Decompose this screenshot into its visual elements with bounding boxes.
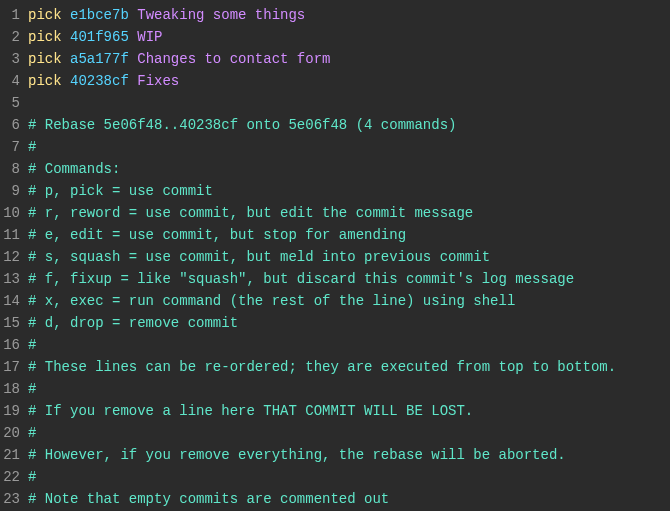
editor-line[interactable]: 20#: [0, 422, 670, 444]
editor-line[interactable]: 18#: [0, 378, 670, 400]
line-number: 2: [0, 26, 28, 48]
comment-text: # p, pick = use commit: [28, 183, 213, 199]
line-number: 4: [0, 70, 28, 92]
rebase-command: pick: [28, 73, 62, 89]
line-content[interactable]: # However, if you remove everything, the…: [28, 444, 670, 466]
editor-line[interactable]: 1pick e1bce7b Tweaking some things: [0, 4, 670, 26]
line-number: 1: [0, 4, 28, 26]
comment-text: # r, reword = use commit, but edit the c…: [28, 205, 473, 221]
editor-line[interactable]: 11# e, edit = use commit, but stop for a…: [0, 224, 670, 246]
line-content[interactable]: # Note that empty commits are commented …: [28, 488, 670, 510]
line-number: 5: [0, 92, 28, 114]
comment-text: # Note that empty commits are commented …: [28, 491, 389, 507]
line-content[interactable]: # If you remove a line here THAT COMMIT …: [28, 400, 670, 422]
editor-line[interactable]: 8# Commands:: [0, 158, 670, 180]
line-content[interactable]: # s, squash = use commit, but meld into …: [28, 246, 670, 268]
editor-line[interactable]: 5: [0, 92, 670, 114]
comment-text: # These lines can be re-ordered; they ar…: [28, 359, 616, 375]
line-number: 18: [0, 378, 28, 400]
comment-text: #: [28, 139, 36, 155]
editor-line[interactable]: 6# Rebase 5e06f48..40238cf onto 5e06f48 …: [0, 114, 670, 136]
line-content[interactable]: # d, drop = remove commit: [28, 312, 670, 334]
line-number: 14: [0, 290, 28, 312]
commit-message: Tweaking some things: [137, 7, 305, 23]
line-content[interactable]: # These lines can be re-ordered; they ar…: [28, 356, 670, 378]
line-number: 6: [0, 114, 28, 136]
line-content[interactable]: # f, fixup = like "squash", but discard …: [28, 268, 670, 290]
commit-hash: a5a177f: [70, 51, 129, 67]
editor-line[interactable]: 13# f, fixup = like "squash", but discar…: [0, 268, 670, 290]
line-content[interactable]: # x, exec = run command (the rest of the…: [28, 290, 670, 312]
line-number: 22: [0, 466, 28, 488]
rebase-command: pick: [28, 29, 62, 45]
editor-line[interactable]: 4pick 40238cf Fixes: [0, 70, 670, 92]
line-number: 23: [0, 488, 28, 510]
line-number: 8: [0, 158, 28, 180]
comment-text: #: [28, 425, 36, 441]
line-number: 9: [0, 180, 28, 202]
editor-line[interactable]: 2pick 401f965 WIP: [0, 26, 670, 48]
commit-hash: 40238cf: [70, 73, 129, 89]
line-content[interactable]: #: [28, 334, 670, 356]
commit-hash: 401f965: [70, 29, 129, 45]
comment-text: # Commands:: [28, 161, 120, 177]
commit-message: Fixes: [137, 73, 179, 89]
line-number: 3: [0, 48, 28, 70]
comment-text: # f, fixup = like "squash", but discard …: [28, 271, 574, 287]
line-content[interactable]: # e, edit = use commit, but stop for ame…: [28, 224, 670, 246]
line-content[interactable]: pick 40238cf Fixes: [28, 70, 670, 92]
line-number: 11: [0, 224, 28, 246]
editor-line[interactable]: 16#: [0, 334, 670, 356]
editor-line[interactable]: 23# Note that empty commits are commente…: [0, 488, 670, 510]
line-number: 10: [0, 202, 28, 224]
commit-message: Changes to contact form: [137, 51, 330, 67]
line-content[interactable]: [28, 92, 670, 114]
line-content[interactable]: pick e1bce7b Tweaking some things: [28, 4, 670, 26]
line-content[interactable]: pick a5a177f Changes to contact form: [28, 48, 670, 70]
line-number: 21: [0, 444, 28, 466]
line-content[interactable]: # r, reword = use commit, but edit the c…: [28, 202, 670, 224]
editor-line[interactable]: 10# r, reword = use commit, but edit the…: [0, 202, 670, 224]
line-content[interactable]: #: [28, 136, 670, 158]
line-number: 20: [0, 422, 28, 444]
comment-text: #: [28, 337, 36, 353]
line-content[interactable]: # Rebase 5e06f48..40238cf onto 5e06f48 (…: [28, 114, 670, 136]
line-content[interactable]: #: [28, 422, 670, 444]
commit-message: WIP: [137, 29, 162, 45]
editor-line[interactable]: 3pick a5a177f Changes to contact form: [0, 48, 670, 70]
comment-text: # However, if you remove everything, the…: [28, 447, 566, 463]
editor-line[interactable]: 7#: [0, 136, 670, 158]
commit-hash: e1bce7b: [70, 7, 129, 23]
line-content[interactable]: #: [28, 466, 670, 488]
line-number: 12: [0, 246, 28, 268]
line-number: 16: [0, 334, 28, 356]
line-number: 19: [0, 400, 28, 422]
comment-text: # s, squash = use commit, but meld into …: [28, 249, 490, 265]
editor-line[interactable]: 14# x, exec = run command (the rest of t…: [0, 290, 670, 312]
line-content[interactable]: # p, pick = use commit: [28, 180, 670, 202]
editor-line[interactable]: 15# d, drop = remove commit: [0, 312, 670, 334]
comment-text: # e, edit = use commit, but stop for ame…: [28, 227, 406, 243]
code-editor[interactable]: 1pick e1bce7b Tweaking some things2pick …: [0, 4, 670, 510]
line-content[interactable]: # Commands:: [28, 158, 670, 180]
line-number: 13: [0, 268, 28, 290]
line-number: 15: [0, 312, 28, 334]
line-content[interactable]: pick 401f965 WIP: [28, 26, 670, 48]
rebase-command: pick: [28, 7, 62, 23]
comment-text: # d, drop = remove commit: [28, 315, 238, 331]
line-content[interactable]: #: [28, 378, 670, 400]
editor-line[interactable]: 19# If you remove a line here THAT COMMI…: [0, 400, 670, 422]
editor-line[interactable]: 12# s, squash = use commit, but meld int…: [0, 246, 670, 268]
comment-text: # x, exec = run command (the rest of the…: [28, 293, 515, 309]
line-number: 17: [0, 356, 28, 378]
editor-line[interactable]: 21# However, if you remove everything, t…: [0, 444, 670, 466]
comment-text: # Rebase 5e06f48..40238cf onto 5e06f48 (…: [28, 117, 456, 133]
editor-line[interactable]: 17# These lines can be re-ordered; they …: [0, 356, 670, 378]
editor-line[interactable]: 22#: [0, 466, 670, 488]
line-number: 7: [0, 136, 28, 158]
rebase-command: pick: [28, 51, 62, 67]
comment-text: #: [28, 381, 36, 397]
editor-line[interactable]: 9# p, pick = use commit: [0, 180, 670, 202]
comment-text: # If you remove a line here THAT COMMIT …: [28, 403, 473, 419]
comment-text: #: [28, 469, 36, 485]
